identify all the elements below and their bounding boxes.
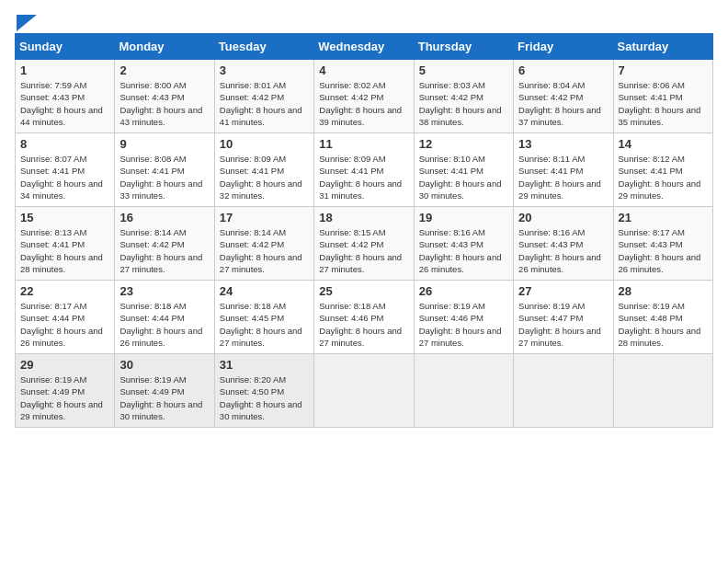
sunset-text: Sunset: 4:42 PM <box>220 239 284 249</box>
sunrise-text: Sunrise: 8:02 AM <box>319 80 385 90</box>
calendar-cell: 1 Sunrise: 7:59 AM Sunset: 4:43 PM Dayli… <box>16 60 115 133</box>
sunrise-text: Sunrise: 8:01 AM <box>220 80 286 90</box>
sunrise-text: Sunrise: 8:14 AM <box>119 227 186 237</box>
calendar-week-row: 8 Sunrise: 8:07 AM Sunset: 4:41 PM Dayli… <box>16 133 713 207</box>
day-number: 9 <box>119 137 209 151</box>
daylight-text: Daylight: 8 hours and 26 minutes. <box>518 252 601 274</box>
calendar-cell: 10 Sunrise: 8:09 AM Sunset: 4:41 PM Dayl… <box>214 133 313 207</box>
sunset-text: Sunset: 4:41 PM <box>319 166 383 176</box>
daylight-text: Daylight: 8 hours and 37 minutes. <box>518 105 601 127</box>
calendar-cell: 19 Sunrise: 8:16 AM Sunset: 4:43 PM Dayl… <box>414 207 513 281</box>
day-number: 3 <box>220 63 309 77</box>
day-info: Sunrise: 8:04 AM Sunset: 4:42 PM Dayligh… <box>518 79 608 128</box>
sunrise-text: Sunrise: 8:10 AM <box>419 154 485 164</box>
daylight-text: Daylight: 8 hours and 39 minutes. <box>319 105 402 127</box>
calendar-cell: 13 Sunrise: 8:11 AM Sunset: 4:41 PM Dayl… <box>514 133 613 207</box>
day-info: Sunrise: 8:19 AM Sunset: 4:46 PM Dayligh… <box>419 300 508 349</box>
day-number: 8 <box>20 137 109 151</box>
calendar-week-row: 15 Sunrise: 8:13 AM Sunset: 4:41 PM Dayl… <box>16 207 713 281</box>
day-info: Sunrise: 8:10 AM Sunset: 4:41 PM Dayligh… <box>419 153 508 201</box>
sunset-text: Sunset: 4:41 PM <box>518 166 583 176</box>
daylight-text: Daylight: 8 hours and 27 minutes. <box>319 252 402 274</box>
sunset-text: Sunset: 4:42 PM <box>319 92 383 102</box>
day-number: 20 <box>518 211 608 224</box>
day-header-thursday: Thursday <box>414 34 513 60</box>
day-number: 12 <box>419 137 508 151</box>
sunrise-text: Sunrise: 8:16 AM <box>419 227 485 237</box>
sunrise-text: Sunrise: 8:06 AM <box>619 80 685 90</box>
day-info: Sunrise: 7:59 AM Sunset: 4:43 PM Dayligh… <box>20 79 109 128</box>
calendar-cell: 14 Sunrise: 8:12 AM Sunset: 4:41 PM Dayl… <box>613 133 712 207</box>
sunset-text: Sunset: 4:49 PM <box>119 386 184 396</box>
calendar-cell: 7 Sunrise: 8:06 AM Sunset: 4:41 PM Dayli… <box>613 60 712 133</box>
daylight-text: Daylight: 8 hours and 27 minutes. <box>220 326 302 348</box>
day-number: 11 <box>319 137 408 151</box>
sunrise-text: Sunrise: 8:18 AM <box>220 301 286 311</box>
sunset-text: Sunset: 4:43 PM <box>119 92 184 102</box>
sunrise-text: Sunrise: 8:19 AM <box>518 301 585 311</box>
page-header <box>15 15 713 26</box>
sunrise-text: Sunrise: 8:15 AM <box>319 227 385 237</box>
day-info: Sunrise: 8:08 AM Sunset: 4:41 PM Dayligh… <box>119 153 209 201</box>
daylight-text: Daylight: 8 hours and 33 minutes. <box>119 178 202 201</box>
day-header-sunday: Sunday <box>16 34 115 60</box>
sunrise-text: Sunrise: 8:19 AM <box>419 301 485 311</box>
daylight-text: Daylight: 8 hours and 27 minutes. <box>419 326 502 348</box>
calendar-cell: 31 Sunrise: 8:20 AM Sunset: 4:50 PM Dayl… <box>214 354 313 428</box>
day-number: 24 <box>220 284 309 298</box>
daylight-text: Daylight: 8 hours and 31 minutes. <box>319 178 402 201</box>
day-info: Sunrise: 8:14 AM Sunset: 4:42 PM Dayligh… <box>119 226 209 275</box>
day-number: 1 <box>20 63 109 77</box>
day-info: Sunrise: 8:01 AM Sunset: 4:42 PM Dayligh… <box>220 79 309 128</box>
calendar-cell: 28 Sunrise: 8:19 AM Sunset: 4:48 PM Dayl… <box>613 281 712 354</box>
sunset-text: Sunset: 4:43 PM <box>419 239 483 249</box>
daylight-text: Daylight: 8 hours and 26 minutes. <box>119 326 202 348</box>
calendar-cell: 29 Sunrise: 8:19 AM Sunset: 4:49 PM Dayl… <box>16 354 115 428</box>
daylight-text: Daylight: 8 hours and 41 minutes. <box>220 105 302 127</box>
day-number: 10 <box>220 137 309 151</box>
daylight-text: Daylight: 8 hours and 29 minutes. <box>518 178 601 201</box>
day-header-wednesday: Wednesday <box>314 34 414 60</box>
day-number: 4 <box>319 63 408 77</box>
daylight-text: Daylight: 8 hours and 29 minutes. <box>619 178 701 201</box>
day-info: Sunrise: 8:18 AM Sunset: 4:44 PM Dayligh… <box>119 300 209 349</box>
calendar-week-row: 22 Sunrise: 8:17 AM Sunset: 4:44 PM Dayl… <box>16 281 713 354</box>
calendar-cell: 8 Sunrise: 8:07 AM Sunset: 4:41 PM Dayli… <box>16 133 115 207</box>
calendar-cell <box>414 354 513 428</box>
calendar-cell: 3 Sunrise: 8:01 AM Sunset: 4:42 PM Dayli… <box>214 60 313 133</box>
sunrise-text: Sunrise: 8:13 AM <box>20 227 86 237</box>
day-number: 21 <box>619 211 708 224</box>
daylight-text: Daylight: 8 hours and 26 minutes. <box>20 326 103 348</box>
sunset-text: Sunset: 4:41 PM <box>220 166 284 176</box>
day-number: 23 <box>119 284 209 298</box>
sunrise-text: Sunrise: 8:14 AM <box>220 227 286 237</box>
day-info: Sunrise: 8:16 AM Sunset: 4:43 PM Dayligh… <box>518 226 608 275</box>
daylight-text: Daylight: 8 hours and 43 minutes. <box>119 105 202 127</box>
calendar-cell: 30 Sunrise: 8:19 AM Sunset: 4:49 PM Dayl… <box>115 354 214 428</box>
calendar-cell: 12 Sunrise: 8:10 AM Sunset: 4:41 PM Dayl… <box>414 133 513 207</box>
daylight-text: Daylight: 8 hours and 34 minutes. <box>20 178 103 201</box>
day-info: Sunrise: 8:18 AM Sunset: 4:46 PM Dayligh… <box>319 300 408 349</box>
day-number: 26 <box>419 284 508 298</box>
day-number: 2 <box>119 63 209 77</box>
calendar-header-row: SundayMondayTuesdayWednesdayThursdayFrid… <box>16 34 713 60</box>
daylight-text: Daylight: 8 hours and 44 minutes. <box>20 105 103 127</box>
day-number: 28 <box>619 284 708 298</box>
day-number: 31 <box>220 358 309 372</box>
day-number: 29 <box>20 358 109 372</box>
day-number: 18 <box>319 211 408 224</box>
sunset-text: Sunset: 4:41 PM <box>419 166 483 176</box>
day-info: Sunrise: 8:14 AM Sunset: 4:42 PM Dayligh… <box>220 226 309 275</box>
sunset-text: Sunset: 4:49 PM <box>20 386 85 396</box>
day-info: Sunrise: 8:07 AM Sunset: 4:41 PM Dayligh… <box>20 153 109 201</box>
daylight-text: Daylight: 8 hours and 30 minutes. <box>220 399 302 421</box>
daylight-text: Daylight: 8 hours and 27 minutes. <box>220 252 302 274</box>
day-info: Sunrise: 8:17 AM Sunset: 4:43 PM Dayligh… <box>619 226 708 275</box>
day-info: Sunrise: 8:13 AM Sunset: 4:41 PM Dayligh… <box>20 226 109 275</box>
day-number: 13 <box>518 137 608 151</box>
sunset-text: Sunset: 4:42 PM <box>220 92 284 102</box>
sunrise-text: Sunrise: 8:19 AM <box>119 374 186 385</box>
daylight-text: Daylight: 8 hours and 30 minutes. <box>119 399 202 421</box>
daylight-text: Daylight: 8 hours and 27 minutes. <box>119 252 202 274</box>
sunset-text: Sunset: 4:42 PM <box>518 92 583 102</box>
